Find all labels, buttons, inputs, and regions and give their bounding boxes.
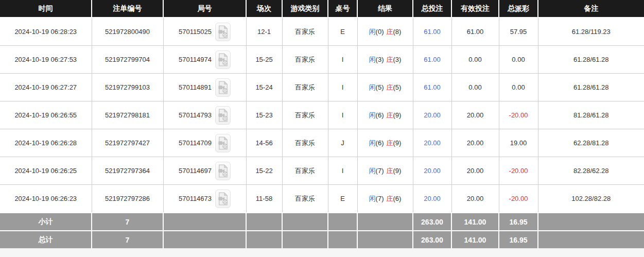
cell-remark: 81.28/61.28 (538, 101, 644, 129)
cell-round-id: 570114697 (163, 157, 246, 185)
player-score: (0) (376, 28, 384, 36)
cell-result: 闲(6)庄(9) (357, 129, 413, 157)
video-replay-button[interactable] (215, 50, 231, 69)
cell-round-id: 570114673 (163, 185, 246, 213)
video-record-icon (217, 164, 229, 178)
cell-session: 15-25 (246, 46, 282, 74)
total-bet-link[interactable]: 61.00 (424, 83, 441, 91)
cell-bet-id: 521972797286 (92, 185, 163, 213)
cell-table-no: J (328, 129, 357, 157)
banker-score: (3) (393, 56, 402, 63)
cell-session: 14-56 (246, 129, 282, 157)
cell-valid-bet: 20.00 (451, 101, 499, 129)
cell-payout: -20.00 (499, 101, 538, 129)
video-record-icon (217, 25, 229, 39)
video-replay-button[interactable] (215, 162, 231, 180)
cell-time: 2024-10-19 06:26:23 (0, 185, 92, 213)
payout-value: 19.00 (510, 139, 527, 147)
cell-result: 闲(7)庄(9) (357, 157, 413, 185)
banker-label: 庄 (387, 56, 393, 63)
cell-remark: 61.28/119.23 (538, 18, 644, 46)
cell-payout: 0.00 (499, 46, 538, 74)
column-header-remark: 备注 (538, 0, 644, 18)
cell-bet-id: 521972800490 (92, 18, 163, 46)
grand-total-count: 7 (92, 231, 163, 248)
column-header-session: 场次 (246, 0, 282, 18)
player-label: 闲 (369, 83, 376, 91)
cell-table-no: I (328, 46, 357, 74)
payout-value: 0.00 (512, 56, 525, 63)
footer-empty-cell (282, 213, 328, 231)
round-number: 570114673 (179, 195, 212, 202)
player-score: (7) (376, 195, 384, 202)
table-row: 2024-10-19 06:26:23 521972797286 5701146… (0, 185, 644, 213)
column-header-round-id: 局号 (163, 0, 246, 18)
column-header-result: 结果 (357, 0, 413, 18)
payout-value: -20.00 (509, 167, 528, 175)
cell-game-type: 百家乐 (282, 46, 328, 74)
cell-total-bet: 20.00 (413, 157, 451, 185)
column-header-total-bet: 总投注 (413, 0, 451, 18)
player-label: 闲 (369, 139, 376, 147)
round-number: 570114709 (179, 139, 212, 147)
cell-time: 2024-10-19 06:26:55 (0, 101, 92, 129)
cell-total-bet: 20.00 (413, 129, 451, 157)
total-bet-link[interactable]: 20.00 (424, 111, 441, 119)
cell-time: 2024-10-19 06:28:23 (0, 18, 92, 46)
video-replay-button[interactable] (215, 106, 231, 125)
cell-bet-id: 521972798181 (92, 101, 163, 129)
cell-remark: 102.28/82.28 (538, 185, 644, 213)
round-number: 570114697 (179, 167, 212, 175)
total-bet-link[interactable]: 20.00 (424, 167, 441, 175)
cell-game-type: 百家乐 (282, 129, 328, 157)
cell-bet-id: 521972797427 (92, 129, 163, 157)
player-label: 闲 (369, 56, 376, 63)
video-replay-button[interactable] (215, 134, 231, 152)
cell-payout: 19.00 (499, 129, 538, 157)
video-record-icon (217, 192, 229, 205)
footer-empty-cell (357, 231, 413, 248)
cell-remark: 61.28/61.28 (538, 74, 644, 101)
video-record-icon (217, 136, 229, 150)
cell-result: 闲(7)庄(6) (357, 185, 413, 213)
cell-table-no: E (328, 18, 357, 46)
payout-value: -20.00 (509, 111, 528, 119)
cell-valid-bet: 20.00 (451, 129, 499, 157)
cell-valid-bet: 20.00 (451, 185, 499, 213)
cell-total-bet: 61.00 (413, 46, 451, 74)
cell-valid-bet: 61.00 (451, 18, 499, 46)
total-bet-link[interactable]: 61.00 (424, 28, 441, 36)
cell-session: 15-24 (246, 74, 282, 101)
subtotal-total-bet: 263.00 (413, 213, 451, 231)
total-bet-link[interactable]: 20.00 (424, 139, 441, 147)
table-row: 2024-10-19 06:26:55 521972798181 5701147… (0, 101, 644, 129)
round-number: 570115025 (179, 28, 212, 36)
subtotal-payout: 16.95 (499, 213, 538, 231)
column-header-payout: 总派彩 (499, 0, 538, 18)
cell-total-bet: 61.00 (413, 18, 451, 46)
total-bet-link[interactable]: 61.00 (424, 56, 441, 63)
footer-empty-cell (538, 213, 644, 231)
banker-score: (8) (393, 28, 402, 36)
cell-time: 2024-10-19 06:27:53 (0, 46, 92, 74)
cell-table-no: E (328, 185, 357, 213)
cell-valid-bet: 0.00 (451, 46, 499, 74)
banker-label: 庄 (387, 28, 393, 36)
cell-bet-id: 521972799103 (92, 74, 163, 101)
bet-records-page: 时间 注单编号 局号 场次 游戏类别 桌号 结果 总投注 有效投注 总派彩 备注… (0, 0, 644, 257)
footer-empty-cell (163, 231, 246, 248)
player-label: 闲 (369, 28, 376, 36)
cell-time: 2024-10-19 06:26:25 (0, 157, 92, 185)
video-replay-button[interactable] (215, 23, 231, 41)
video-replay-button[interactable] (215, 78, 231, 97)
round-number: 570114891 (179, 83, 212, 91)
video-replay-button[interactable] (215, 190, 231, 208)
cell-payout: -20.00 (499, 157, 538, 185)
banker-label: 庄 (387, 139, 393, 147)
footer-empty-cell (246, 213, 282, 231)
total-bet-link[interactable]: 20.00 (424, 195, 441, 202)
table-row: 2024-10-19 06:26:25 521972797364 5701146… (0, 157, 644, 185)
column-header-time: 时间 (0, 0, 92, 18)
cell-round-id: 570114709 (163, 129, 246, 157)
cell-result: 闲(3)庄(3) (357, 46, 413, 74)
